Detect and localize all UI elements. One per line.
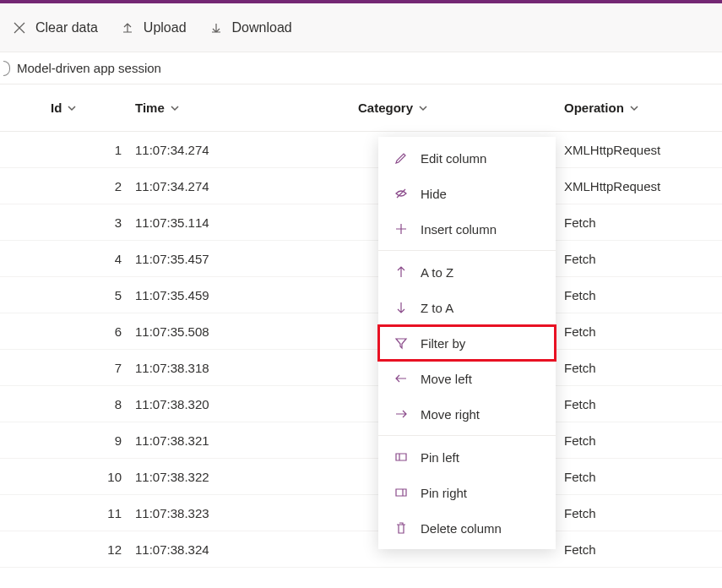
cell-time: 11:07:38.324 xyxy=(135,542,358,557)
cell-operation: Fetch xyxy=(564,542,722,557)
column-header-category[interactable]: Category xyxy=(358,84,564,131)
column-label: Time xyxy=(135,101,165,115)
table-row[interactable]: 1011:07:38.322Fetch xyxy=(0,459,722,495)
cell-id: 2 xyxy=(42,179,135,193)
session-icon xyxy=(3,61,10,76)
pencil-icon xyxy=(394,150,409,166)
column-header-operation[interactable]: Operation xyxy=(564,84,722,131)
arrow-left-icon xyxy=(394,371,409,386)
menu-label: Insert column xyxy=(421,222,497,237)
menu-move-left[interactable]: Move left xyxy=(378,361,556,396)
menu-hide[interactable]: Hide xyxy=(378,176,556,211)
cell-id: 4 xyxy=(42,252,135,266)
table-row[interactable]: 711:07:38.318Fetch xyxy=(0,350,722,386)
chevron-down-icon xyxy=(170,103,180,113)
column-label: Id xyxy=(51,101,62,115)
arrow-up-icon xyxy=(394,264,409,280)
download-label: Download xyxy=(232,20,292,35)
cell-operation: Fetch xyxy=(564,252,722,266)
table-row[interactable]: 111:07:34.274XMLHttpRequest xyxy=(0,132,722,168)
chevron-down-icon xyxy=(67,103,77,113)
cell-operation: Fetch xyxy=(564,215,722,230)
cell-id: 10 xyxy=(42,470,135,484)
cell-time: 11:07:38.322 xyxy=(135,470,358,484)
menu-edit-column[interactable]: Edit column xyxy=(378,140,556,176)
cell-id: 1 xyxy=(42,143,135,157)
cell-operation: Fetch xyxy=(564,470,722,484)
cell-operation: Fetch xyxy=(564,433,722,448)
table-row[interactable]: 211:07:34.274XMLHttpRequest xyxy=(0,168,722,204)
menu-label: Move right xyxy=(421,407,480,422)
cell-time: 11:07:34.274 xyxy=(135,143,358,157)
cell-time: 11:07:35.508 xyxy=(135,324,358,339)
cell-id: 7 xyxy=(42,361,135,375)
cell-operation: Fetch xyxy=(564,506,722,520)
cell-time: 11:07:35.459 xyxy=(135,288,358,302)
column-header-id[interactable]: Id xyxy=(42,84,135,131)
toolbar: Clear data Upload Download xyxy=(0,3,722,52)
menu-delete-column[interactable]: Delete column xyxy=(378,510,556,546)
cell-operation: XMLHttpRequest xyxy=(564,179,722,193)
menu-label: Z to A xyxy=(421,301,453,315)
column-header-time[interactable]: Time xyxy=(135,84,358,131)
cell-id: 12 xyxy=(42,542,135,557)
menu-label: Pin left xyxy=(421,450,459,465)
table-row[interactable]: 311:07:35.114Fetch xyxy=(0,204,722,241)
pin-left-icon xyxy=(394,449,409,465)
clear-data-label: Clear data xyxy=(35,20,98,35)
filter-icon xyxy=(394,335,409,351)
close-icon xyxy=(12,20,27,35)
menu-label: A to Z xyxy=(421,265,453,280)
cell-time: 11:07:38.321 xyxy=(135,433,358,448)
session-label: Model-driven app session xyxy=(17,61,161,75)
table-row[interactable]: 411:07:35.457Fetch xyxy=(0,241,722,277)
session-bar: Model-driven app session xyxy=(0,52,722,84)
cell-id: 3 xyxy=(42,215,135,230)
download-button[interactable]: Download xyxy=(209,20,292,35)
menu-insert-column[interactable]: Insert column xyxy=(378,211,556,247)
data-table: Id Time Category Operation 111:07:34.274… xyxy=(0,84,722,568)
cell-time: 11:07:34.274 xyxy=(135,179,358,193)
menu-pin-left[interactable]: Pin left xyxy=(378,439,556,475)
table-row[interactable]: 811:07:38.320Fetch xyxy=(0,386,722,422)
upload-button[interactable]: Upload xyxy=(120,20,187,35)
download-icon xyxy=(209,20,224,35)
arrow-right-icon xyxy=(394,406,409,422)
cell-operation: Fetch xyxy=(564,324,722,339)
menu-pin-right[interactable]: Pin right xyxy=(378,475,556,510)
trash-icon xyxy=(394,520,409,536)
cell-id: 11 xyxy=(42,506,135,520)
menu-filter-by[interactable]: Filter by xyxy=(378,325,556,361)
upload-icon xyxy=(120,20,135,35)
clear-data-button[interactable]: Clear data xyxy=(12,20,98,35)
chevron-down-icon xyxy=(629,103,639,113)
pin-right-icon xyxy=(394,485,409,500)
cell-id: 6 xyxy=(42,324,135,339)
cell-time: 11:07:35.457 xyxy=(135,252,358,266)
column-label: Operation xyxy=(564,101,624,115)
column-context-menu: Edit column Hide Insert column A to Z xyxy=(378,137,556,549)
table-row[interactable]: 511:07:35.459Fetch xyxy=(0,277,722,313)
menu-label: Edit column xyxy=(421,151,486,166)
cell-id: 9 xyxy=(42,433,135,448)
hide-icon xyxy=(394,186,409,201)
table-row[interactable]: 911:07:38.321Fetch xyxy=(0,422,722,459)
cell-id: 8 xyxy=(42,397,135,411)
menu-label: Delete column xyxy=(421,521,502,536)
menu-move-right[interactable]: Move right xyxy=(378,396,556,432)
cell-operation: XMLHttpRequest xyxy=(564,143,722,157)
menu-label: Hide xyxy=(421,187,447,201)
cell-operation: Fetch xyxy=(564,361,722,375)
column-label: Category xyxy=(358,101,413,115)
cell-operation: Fetch xyxy=(564,397,722,411)
chevron-down-icon xyxy=(418,103,428,113)
arrow-down-icon xyxy=(394,300,409,315)
table-row[interactable]: 1211:07:38.324Fetch xyxy=(0,531,722,568)
menu-sort-desc[interactable]: Z to A xyxy=(378,290,556,325)
table-row[interactable]: 611:07:35.508Fetch xyxy=(0,313,722,350)
cell-time: 11:07:38.323 xyxy=(135,506,358,520)
cell-time: 11:07:38.320 xyxy=(135,397,358,411)
menu-sort-asc[interactable]: A to Z xyxy=(378,254,556,290)
cell-operation: Fetch xyxy=(564,288,722,302)
table-row[interactable]: 1111:07:38.323Fetch xyxy=(0,495,722,531)
